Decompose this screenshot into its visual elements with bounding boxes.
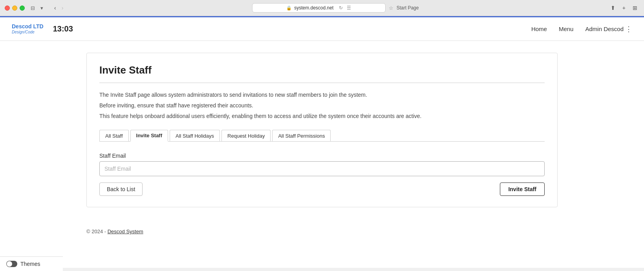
page-title: Invite Staff: [99, 64, 545, 76]
themes-bar: Themes: [0, 256, 63, 271]
window-controls: ⊟ ▾: [29, 4, 45, 12]
reload-button[interactable]: ↻: [339, 5, 343, 11]
tab-all-staff[interactable]: All Staff: [99, 130, 129, 141]
copyright-text: © 2024 -: [86, 229, 106, 234]
traffic-lights: [5, 6, 25, 11]
footer-link[interactable]: Descod System: [108, 229, 143, 234]
tabs-button[interactable]: ⊞: [631, 4, 639, 12]
browser-right-actions: ⬆ + ⊞: [609, 4, 639, 12]
admin-menu[interactable]: Admin Descod ⋮: [585, 25, 632, 33]
top-nav: Descod LTD Design/Code 13:03 Home Menu A…: [0, 17, 644, 41]
description-line-3: This feature helps onboard additional us…: [99, 112, 545, 120]
footer: © 2024 - Descod System: [0, 219, 644, 244]
nav-buttons: ‹ ›: [52, 4, 65, 12]
app-wrapper: Descod LTD Design/Code 13:03 Home Menu A…: [0, 16, 644, 268]
title-divider: [99, 83, 545, 83]
admin-label: Admin Descod: [585, 26, 624, 32]
forward-button: ›: [60, 4, 66, 12]
bookmark-icon[interactable]: ☆: [389, 5, 393, 11]
invite-staff-form: Staff Email Back to List Invite Staff: [99, 153, 545, 196]
logo: Descod LTD Design/Code: [12, 24, 44, 34]
tab-all-staff-holidays[interactable]: All Staff Holidays: [170, 130, 220, 141]
theme-toggle-button[interactable]: [6, 261, 17, 267]
form-actions: Back to List Invite Staff: [99, 183, 545, 196]
tabs-row: All Staff Invite Staff All Staff Holiday…: [99, 130, 545, 142]
back-button[interactable]: ‹: [52, 4, 58, 12]
sidebar-toggle-button[interactable]: ⊟: [29, 4, 37, 12]
logo-main-text: Descod LTD: [12, 24, 44, 29]
description-line-2: Before inviting, ensure that staff have …: [99, 101, 545, 110]
main-content: Invite Staff The Invite Staff page allow…: [0, 41, 644, 219]
logo-sub-text: Design/Code: [12, 30, 44, 34]
new-tab-button[interactable]: +: [620, 4, 628, 12]
tab-invite-staff[interactable]: Invite Staff: [130, 130, 168, 142]
start-page-label: Start Page: [397, 5, 419, 11]
admin-dropdown-icon: ⋮: [625, 25, 632, 33]
clock-display: 13:03: [53, 24, 73, 33]
share-button[interactable]: ⬆: [609, 4, 617, 12]
address-bar[interactable]: 🔒 system.descod.net ↻ ☰: [252, 3, 386, 13]
staff-email-input[interactable]: [99, 161, 545, 176]
address-bar-container: 🔒 system.descod.net ↻ ☰ ☆ Start Page: [69, 3, 604, 13]
close-window-button[interactable]: [5, 6, 10, 11]
nav-links: Home Menu Admin Descod ⋮: [531, 25, 632, 33]
invite-staff-button[interactable]: Invite Staff: [500, 183, 545, 196]
reader-view-icon: ☰: [347, 5, 351, 11]
menu-link[interactable]: Menu: [559, 26, 574, 32]
tab-request-holiday[interactable]: Request Holiday: [221, 130, 271, 141]
themes-label: Themes: [20, 261, 40, 267]
browser-chrome: ⊟ ▾ ‹ › 🔒 system.descod.net ↻ ☰ ☆ Start …: [0, 0, 644, 16]
page-card: Invite Staff The Invite Staff page allow…: [86, 53, 558, 207]
url-text: system.descod.net: [294, 5, 333, 11]
back-to-list-button[interactable]: Back to List: [99, 183, 143, 196]
theme-toggle-knob: [7, 261, 12, 267]
lock-icon: 🔒: [286, 6, 292, 11]
maximize-window-button[interactable]: [20, 6, 25, 11]
tab-overview-button[interactable]: ▾: [38, 4, 45, 12]
logo-area: Descod LTD Design/Code 13:03: [12, 24, 73, 34]
minimize-window-button[interactable]: [12, 6, 17, 11]
start-page-button[interactable]: Start Page: [393, 4, 422, 12]
tab-all-staff-permissions[interactable]: All Staff Permissions: [272, 130, 331, 141]
description-line-1: The Invite Staff page allows system admi…: [99, 91, 545, 99]
email-label: Staff Email: [99, 153, 545, 159]
home-link[interactable]: Home: [531, 26, 547, 32]
